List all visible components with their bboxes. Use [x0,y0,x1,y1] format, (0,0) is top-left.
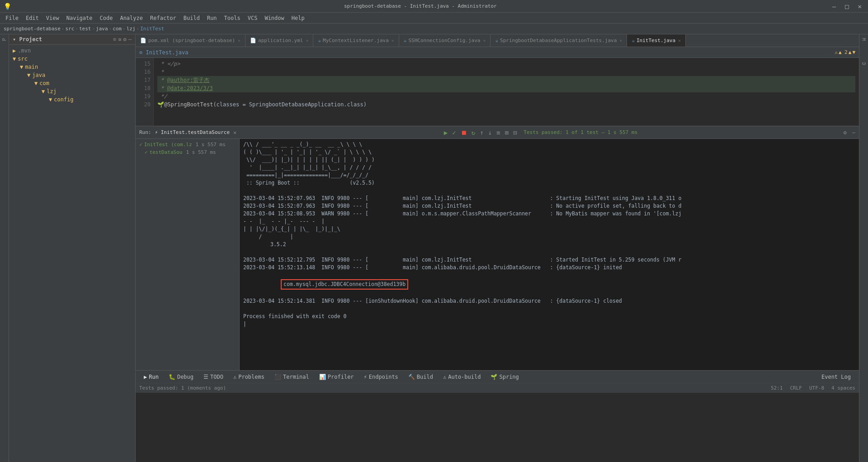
warning-up-icon[interactable]: ▲ [849,49,852,55]
menu-help[interactable]: Help [288,14,308,22]
close-tab-pom[interactable]: ✕ [238,38,241,43]
output-line-14: 3.5.2 [243,241,855,248]
tree-item-mvn[interactable]: ▶ .mvn [9,47,135,55]
menu-file[interactable]: File [2,14,22,22]
tree-item-config[interactable]: ▼ config [9,95,135,104]
tab-pom-xml[interactable]: 📄 pom.xml (springboot-detabase) ✕ [136,34,245,47]
run-tab-label[interactable]: Run: [139,129,151,135]
code-editor[interactable]: * </p> * * @author:雷子杰 * @date:2023/3/3 … [154,58,859,126]
breadcrumb-com[interactable]: com [113,26,122,32]
toolbar-event-log-btn[interactable]: Event Log [817,373,855,381]
menu-analyze[interactable]: Analyze [116,14,146,22]
output-line-1: /\\ / ___'_ __ _ _(_)_ __ __ _\ \ \ \ [243,141,855,148]
toolbar-auto-build-btn[interactable]: ⚠ Auto-build [439,373,485,381]
run-sort-desc-button[interactable]: ↓ [487,129,493,137]
run-stop-button[interactable]: ⏹ [459,129,468,137]
run-output[interactable]: /\\ / ___'_ __ _ _(_)_ __ __ _\ \ \ \ ( … [240,139,859,370]
close-tab-listener[interactable]: ✕ [392,38,394,43]
folder-icon: ▶ [13,48,16,54]
tree-item-com[interactable]: ▼ com [9,79,135,87]
output-line-5: =========|_|==============|___/=/_/_/_/ [243,171,855,179]
menu-code[interactable]: Code [96,14,117,22]
output-line-18: 2023-03-04 15:52:14.381 INFO 9980 --- [i… [243,297,855,305]
problems-icon: ⚠ [233,374,236,380]
toolbar-run-btn[interactable]: ▶ Run [139,373,163,381]
run-status-text: Tests passed: 1 of 1 test – 1 s 557 ms [524,129,637,135]
menu-refactor[interactable]: Refactor [146,14,180,22]
debug-icon: 🐛 [169,374,175,380]
tab-sshconnection[interactable]: ☕ SSHConnectionConfig.java ✕ [399,34,491,47]
run-rerun-button[interactable]: ↻ [470,129,476,137]
close-tab-tests[interactable]: ✕ [619,38,622,43]
tree-item-main[interactable]: ▼ main [9,63,135,71]
run-test-tree: ✓ InitTest (com.lz 1 s 557 ms ✓ testData… [136,139,240,370]
code-content: 15 16 17 18 19 20 * </p> * * @author:雷子杰… [136,58,859,126]
project-locate-icon[interactable]: ⊙ [113,36,116,43]
toolbar-terminal-btn[interactable]: ⬛ Terminal [270,373,314,381]
tree-item-java[interactable]: ▼ java [9,71,135,79]
menu-navigate[interactable]: Navigate [63,14,96,22]
toolbar-spring-btn[interactable]: 🌱 Spring [486,373,523,381]
tree-item-lzj[interactable]: ▼ lzj [9,87,135,95]
menu-vcs[interactable]: VCS [244,14,261,22]
breadcrumb-inittest[interactable]: InitTest [140,26,164,32]
tree-item-src[interactable]: ▼ src [9,55,135,63]
jdbc-connection-highlight: com.mysql.jdbc.JDBC4Connection@38ed139b [281,279,408,290]
run-close-btn[interactable]: ✕ [233,129,236,136]
breadcrumb-project[interactable]: springboot-detabase [4,26,61,32]
run-panel: Run: ⚡ InitTest.testDataSource ✕ ▶ ✓ ⏹ ↻… [136,126,859,370]
breadcrumb-test[interactable]: test [79,26,91,32]
minimize-button[interactable]: — [830,2,839,11]
breadcrumb-java[interactable]: java [96,26,108,32]
run-config-label[interactable]: ⚡ InitTest.testDataSource [155,129,230,135]
run-check-button[interactable]: ✓ [451,129,457,137]
tab-springboot-tests[interactable]: ☕ SpringbootDetabaseApplicationTests.jav… [491,34,627,47]
project-collapse-icon[interactable]: ≡ [118,36,121,43]
toolbar-endpoints-btn[interactable]: ⚡ Endpoints [359,373,403,381]
warning-down-icon[interactable]: ▼ [852,49,855,55]
tab-application-yml[interactable]: 📄 application.yml ✕ [245,34,313,47]
database-icon[interactable]: D [860,61,867,67]
folder-icon-src: ▼ [13,56,16,62]
toolbar-problems-btn[interactable]: ⚠ Problems [229,373,269,381]
run-collapse-button[interactable]: ⊟ [512,129,518,137]
run-expand-button[interactable]: ⊞ [503,129,509,137]
menu-edit[interactable]: Edit [22,14,42,22]
close-button[interactable]: ✕ [855,2,864,11]
menu-build[interactable]: Build [180,14,203,22]
output-line-8: 2023-03-04 15:52:07.963 INFO 9980 --- [ … [243,195,855,202]
run-tree-child[interactable]: ✓ testDataSou 1 s 557 ms [137,148,237,156]
output-line-10: 2023-03-04 15:52:08.953 WARN 9980 --- [ … [243,210,855,218]
tab-mycontextlistener[interactable]: ☕ MyContextListener.java ✕ [313,34,399,47]
toolbar-build-btn[interactable]: 🔨 Build [404,373,438,381]
menu-window[interactable]: Window [261,14,288,22]
breadcrumb-src[interactable]: src [65,26,74,32]
run-filter-button[interactable]: ≡ [495,129,501,137]
maximize-button[interactable]: □ [842,2,851,11]
run-panel-close-icon[interactable]: — [852,129,855,136]
endpoints-icon: ⚡ [364,374,367,380]
toolbar-profiler-btn[interactable]: 📊 Profiler [315,373,359,381]
folder-icon-java: ▼ [27,72,30,78]
breadcrumb-lzj[interactable]: lzj [127,26,136,32]
run-settings-icon[interactable]: ⚙ [844,129,847,136]
close-tab-ssh[interactable]: ✕ [483,38,486,43]
close-tab-inittest[interactable]: ✕ [678,38,681,43]
menu-view[interactable]: View [42,14,63,22]
maven-icon[interactable]: M [860,36,867,43]
project-close-icon[interactable]: — [128,36,132,43]
menu-tools[interactable]: Tools [221,14,244,22]
profiler-icon: 📊 [319,374,326,380]
project-settings-icon[interactable]: ⚙ [123,36,127,43]
run-play-button[interactable]: ▶ [443,129,449,137]
run-sort-asc-button[interactable]: ↑ [478,129,485,137]
toolbar-todo-btn[interactable]: ☰ TODO [199,373,228,381]
tab-inittest[interactable]: ☕ InitTest.java ✕ [627,34,686,47]
warnings-indicator: ⚠ ▲ 2 ▲ ▼ [835,49,855,55]
toolbar-debug-btn[interactable]: 🐛 Debug [164,373,198,381]
close-tab-yml[interactable]: ✕ [306,38,308,43]
run-tree-root[interactable]: ✓ InitTest (com.lz 1 s 557 ms [137,141,237,148]
left-icon-1[interactable]: P [0,36,8,43]
menu-run[interactable]: Run [203,14,221,22]
project-label[interactable]: ▾ Project [13,36,42,43]
